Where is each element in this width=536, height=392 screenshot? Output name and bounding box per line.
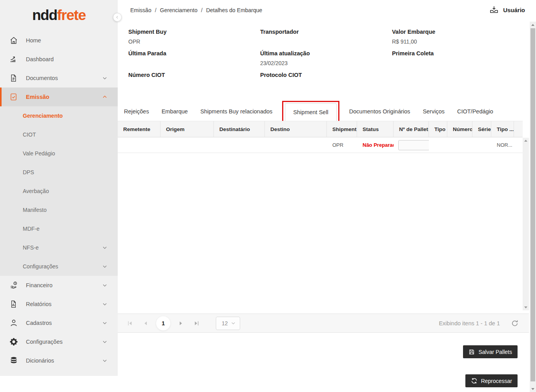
scroll-up-icon[interactable]	[530, 22, 536, 28]
sidebar-item-relatorios[interactable]: Relatórios	[0, 295, 118, 314]
column-header-status[interactable]: Status	[357, 121, 394, 137]
table-row[interactable]: OPR Não Preparado NOR...	[118, 137, 523, 153]
tab-documentos-originarios[interactable]: Documentos Originários	[349, 102, 410, 121]
scrollbar-thumb[interactable]	[531, 28, 535, 381]
submenu-item-label: Vale Pedágio	[23, 150, 55, 157]
submenu-item-label: Manifesto	[23, 207, 47, 213]
cell-remetente	[118, 137, 160, 153]
field-value	[260, 38, 392, 45]
sidebar-item-label: Home	[26, 37, 41, 44]
status-badge: Não Preparado	[363, 142, 394, 148]
pager-info: Exibindo itens 1 - 1 de 1	[439, 320, 500, 326]
scroll-down-icon[interactable]	[530, 386, 536, 392]
tab-rejeicoes[interactable]: Rejeições	[124, 102, 149, 121]
brand-logo-ndd: ndd	[32, 7, 57, 23]
sidebar-item-cadastros[interactable]: Cadastros	[0, 314, 118, 332]
chevron-down-icon	[102, 264, 108, 269]
field-numero-ciot: Número CIOT	[128, 71, 260, 93]
tab-shipment-sell[interactable]: Shipment Sell	[285, 103, 336, 121]
sidebar-item-dicionarios[interactable]: Dicionários	[0, 351, 118, 370]
submenu-item-mdfe[interactable]: MDF-e	[0, 219, 118, 238]
field-primeira-coleta: Primeira Coleta	[392, 50, 521, 71]
breadcrumb: Emissão / Gerenciamento / Detalhes do Em…	[130, 7, 262, 13]
sidebar-item-dashboard[interactable]: Dashboard	[0, 50, 118, 69]
sidebar-item-configuracoes[interactable]: Configurações	[0, 332, 118, 351]
submenu-item-nfse[interactable]: NFS-e	[0, 238, 118, 257]
shipment-details: Shipment Buy OPR Transportador Valor Emb…	[128, 28, 521, 93]
submenu-item-averbacao[interactable]: Averbação	[0, 182, 118, 201]
column-header-shipment[interactable]: Shipment ...	[327, 121, 357, 137]
user-menu[interactable]: Usuário	[489, 5, 525, 15]
sidebar-item-label: Cadastros	[26, 320, 52, 326]
column-header-serie[interactable]: Série	[472, 121, 491, 137]
reprocess-button[interactable]: Reprocessar	[465, 374, 518, 387]
last-page-button[interactable]	[191, 318, 202, 328]
scroll-up-icon[interactable]	[524, 140, 527, 142]
column-header-remetente[interactable]: Remetente	[118, 121, 160, 137]
main-scrollbar[interactable]	[530, 22, 536, 392]
cell-status: Não Preparado	[357, 137, 394, 153]
pallets-input[interactable]	[398, 140, 429, 150]
column-header-n-pallets[interactable]: Nº de Pallets	[394, 121, 429, 137]
cell-pallets	[394, 137, 429, 153]
column-header-destino[interactable]: Destino	[265, 121, 327, 137]
column-header-numero[interactable]: Número	[447, 121, 472, 137]
column-header-destinatario[interactable]: Destinatário	[214, 121, 265, 137]
field-value: R$ 911,00	[392, 38, 521, 45]
tab-servicos[interactable]: Serviços	[423, 102, 445, 121]
database-icon	[9, 356, 20, 365]
submenu-item-dps[interactable]: DPS	[0, 163, 118, 182]
sidebar-item-emissao[interactable]: Emissão	[0, 88, 118, 106]
sidebar-collapse-button[interactable]	[113, 13, 122, 22]
cell-tipo	[429, 137, 447, 153]
inbox-user-icon	[489, 5, 499, 15]
sidebar-item-label: Emissão	[26, 94, 49, 100]
field-shipment-buy: Shipment Buy OPR	[128, 28, 260, 50]
page-size-dropdown[interactable]: 12	[216, 317, 240, 330]
previous-page-button[interactable]	[140, 318, 151, 328]
breadcrumb-emissao[interactable]: Emissão	[130, 7, 151, 13]
chevron-down-icon	[102, 283, 108, 288]
save-icon	[469, 349, 475, 355]
column-header-origem[interactable]: Origem	[160, 121, 214, 137]
sidebar-item-label: Dashboard	[26, 56, 54, 62]
column-header-tipo-doc[interactable]: Tipo ...	[491, 121, 514, 137]
submenu-item-ciot[interactable]: CIOT	[0, 125, 118, 144]
field-transportador: Transportador	[260, 28, 392, 50]
tab-shipments-buy-relacionados[interactable]: Shipments Buy relacionados	[201, 102, 273, 121]
submenu-item-label: DPS	[23, 169, 34, 175]
breadcrumb-gerenciamento[interactable]: Gerenciamento	[160, 7, 198, 13]
sidebar-nav: Home Dashboard Documentos Emissão	[0, 31, 118, 370]
sidebar-item-financeiro[interactable]: Financeiro	[0, 276, 118, 295]
document-check-icon	[9, 92, 20, 102]
submenu-item-gerenciamento[interactable]: Gerenciamento	[0, 106, 118, 125]
save-pallets-button[interactable]: Salvar Pallets	[463, 345, 518, 358]
field-label: Número CIOT	[128, 71, 260, 79]
chevron-down-icon	[102, 245, 108, 250]
field-ultima-atualizacao: Última atualização 23/02/2023	[260, 50, 392, 71]
tab-embarque[interactable]: Embarque	[162, 102, 188, 121]
column-header-tipo[interactable]: Tipo	[429, 121, 447, 137]
first-page-button[interactable]	[125, 318, 135, 328]
next-page-button[interactable]	[176, 318, 186, 328]
cell-tipo-doc: NOR...	[491, 137, 514, 153]
sidebar-item-documentos[interactable]: Documentos	[0, 69, 118, 88]
brand-logo-frete: frete	[57, 7, 86, 23]
money-hand-icon	[9, 281, 20, 290]
breadcrumb-separator: /	[201, 7, 202, 13]
submenu-item-manifesto[interactable]: Manifesto	[0, 201, 118, 219]
submenu-item-vale-pedagio[interactable]: Vale Pedágio	[0, 144, 118, 163]
column-header-filler	[514, 121, 523, 137]
submenu-item-configuracoes[interactable]: Configurações	[0, 257, 118, 276]
scroll-down-icon[interactable]	[524, 306, 527, 308]
tab-shipment-sell-label: Shipment Sell	[293, 109, 328, 115]
sidebar: nddfrete Home Dashboard Documentos	[0, 0, 118, 376]
sidebar-item-home[interactable]: Home	[0, 31, 118, 50]
current-page-button[interactable]: 1	[156, 316, 170, 330]
breadcrumb-detalhes: Detalhes do Embarque	[206, 7, 262, 13]
submenu-item-label: Averbação	[23, 188, 49, 194]
tab-ciot-pedagio[interactable]: CIOT/Pedágio	[457, 102, 493, 121]
refresh-icon[interactable]	[511, 319, 519, 327]
grid-scrollbar[interactable]	[523, 138, 529, 310]
save-pallets-label: Salvar Pallets	[478, 349, 512, 355]
